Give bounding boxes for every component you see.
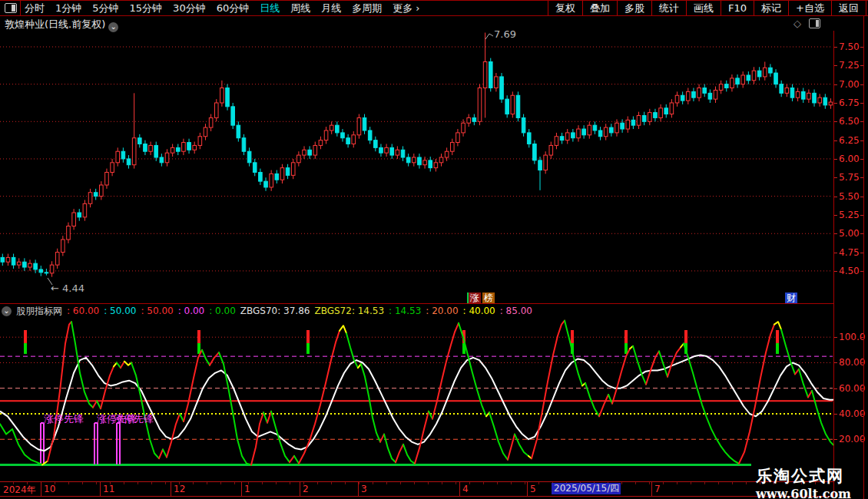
month-label: 7 [654,484,661,494]
month-separator [459,482,460,496]
period-tab[interactable]: 15分钟 [130,2,163,15]
period-tabs: 分时1分钟5分钟15分钟30分钟60分钟日线周线月线多周期更多 › [25,1,420,15]
badge-cai[interactable]: 财 [785,292,797,303]
axis-border-line [833,31,834,497]
period-tab[interactable]: 5分钟 [92,2,118,15]
annotation-low-price: ← 4.44 [51,283,84,294]
month-separator [241,482,242,496]
indicator-value: : 40.00 [463,306,495,316]
month-label: 5 [530,484,536,494]
toolbar-button[interactable]: 多股 [617,1,651,15]
app-window: 分时1分钟5分钟15分钟30分钟60分钟日线周线月线多周期更多 › 复权叠加多股… [0,0,868,499]
split-window-icon [5,3,17,13]
panel-separator [0,303,834,304]
indicator-value: : 0.00 [209,306,236,316]
month-separator [527,482,528,496]
window-icon[interactable] [809,18,820,28]
layout-toggle-button[interactable] [0,1,21,15]
indicator-value: : 50.00 [104,306,136,316]
indicator-header: ⌄ 股朋指标网: 60.00: 50.00: 50.00: 0.00: 0.00… [2,305,532,317]
period-tab[interactable]: 1分钟 [55,2,81,15]
month-label: 3 [361,484,367,494]
toolbar-button[interactable]: 统计 [651,1,686,15]
month-label: 12 [174,484,185,494]
badge-bang[interactable]: 榜 [482,292,495,303]
period-toolbar: 分时1分钟5分钟15分钟30分钟60分钟日线周线月线多周期更多 › 复权叠加多股… [0,0,868,16]
month-label: 2 [303,484,309,494]
spike-label: 涨停先锋 [44,412,84,426]
titlebar: 敦煌种业(日线.前复权)⌄ ◇ [0,16,868,31]
period-tab[interactable]: 30分钟 [173,2,206,15]
period-tab[interactable]: 周线 [290,2,310,15]
toolbar-button[interactable]: +自选 [788,1,831,15]
indicator-value: ZBGS72: 14.53 [314,306,384,316]
month-separator [651,482,652,496]
watermark: 乐淘公式网 www.60lt.com [756,465,851,499]
toolbar-button[interactable]: 画线 [686,1,721,15]
month-separator [100,482,101,496]
month-separator [358,482,359,496]
month-separator [171,482,171,496]
spike-label: 涨停先锋 [114,412,154,426]
annotation-high-price: 7.69 [494,28,516,40]
selected-date-badge: 2025/05/15/四 [552,483,621,494]
period-tab[interactable]: 更多 › [393,2,419,15]
period-tab[interactable]: 多周期 [352,2,382,15]
month-separator [300,482,300,496]
indicator-value: : 50.00 [141,306,173,316]
indicator-value: : 0.00 [178,306,205,316]
indicator-chart[interactable] [0,319,834,472]
month-label: 11 [103,484,114,494]
period-tab[interactable]: 日线 [260,2,280,15]
badge-zhang[interactable]: 涨 [467,292,481,303]
toolbar-button[interactable]: 复权 [548,1,582,15]
month-label: 10 [44,484,55,494]
toolbar-button[interactable]: 返回 [831,1,866,15]
stock-title: 敦煌种业(日线.前复权) [5,18,105,30]
watermark-site-name: 乐淘公式网 [756,465,851,487]
indicator-collapse-icon[interactable]: ⌄ [2,306,12,316]
month-label: 4 [462,484,469,494]
watermark-url: www.60lt.com [756,487,851,499]
indicator-value: : 14.53 [389,306,421,316]
month-separator [41,482,41,496]
period-tab[interactable]: 月线 [321,2,341,15]
indicator-value: : 60.00 [67,306,99,316]
month-label: 2024年 [3,484,36,497]
indicator-value: : 20.00 [426,306,458,316]
indicator-value: 股朋指标网 [16,305,62,318]
time-axis[interactable]: 2025/05/15/四 2024年101112123457 [0,481,834,497]
period-tab[interactable]: 60分钟 [217,2,250,15]
toolbar-button[interactable]: 叠加 [582,1,617,15]
period-tab[interactable]: 分时 [25,2,45,15]
toolbar-button[interactable]: 标记 [754,1,788,15]
indicator-value: : 85.00 [500,306,532,316]
diamond-icon[interactable]: ◇ [793,18,801,29]
indicator-value: ZBGS70: 37.86 [240,306,310,316]
window-right-border [863,16,864,499]
toolbar-button[interactable]: F10 [721,1,754,15]
toolbar-actions: 复权叠加多股统计画线F10标记+自选返回 [548,1,866,15]
candlestick-chart[interactable] [0,31,834,293]
month-label: 1 [244,484,250,494]
